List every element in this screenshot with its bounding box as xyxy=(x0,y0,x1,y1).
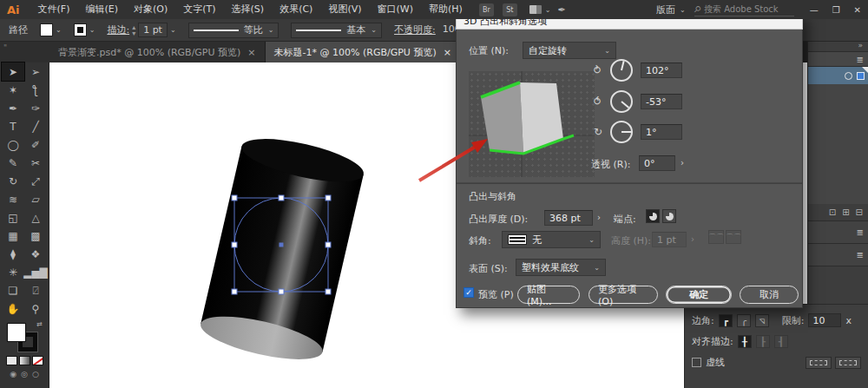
tool-button[interactable]: ⍁ xyxy=(24,281,47,299)
tool-button[interactable]: ✋ xyxy=(2,299,24,318)
perspective-value[interactable]: 0° xyxy=(639,155,675,171)
map-art-button[interactable]: 贴图 (M)... xyxy=(517,286,580,304)
workspace-switcher[interactable]: ⌄ xyxy=(529,5,551,14)
rotate-x-value[interactable]: 102° xyxy=(641,62,682,78)
tab-close-icon[interactable]: × xyxy=(444,47,451,58)
round-join-button[interactable]: ╭ xyxy=(737,314,751,327)
tool-button[interactable]: △ xyxy=(24,208,47,227)
miter-limit-input[interactable]: 10 xyxy=(808,313,841,327)
cap-on-button[interactable] xyxy=(646,209,660,223)
position-dropdown[interactable]: 自定旋转 ⌄ xyxy=(523,42,616,59)
tool-button[interactable]: ▩ xyxy=(24,227,47,245)
menu-item[interactable]: 窗口(W) xyxy=(370,0,421,19)
miter-join-button[interactable]: ┏ xyxy=(719,314,733,327)
layer-row-selected[interactable] xyxy=(808,67,868,84)
menu-item[interactable]: 帮助(H) xyxy=(421,0,470,19)
surface-dropdown[interactable]: 塑料效果底纹 ⌄ xyxy=(516,259,606,276)
draw-inside-icon[interactable]: ○ xyxy=(32,370,39,378)
menu-item[interactable]: 文件(F) xyxy=(30,0,78,19)
menu-item[interactable]: 选择(S) xyxy=(224,0,273,19)
tool-button[interactable]: ✂ xyxy=(24,154,47,172)
close-button[interactable]: ✕ xyxy=(847,5,868,15)
extrude-depth-value[interactable]: 368 pt xyxy=(544,210,593,226)
tool-button[interactable]: ❖ xyxy=(24,245,47,263)
bevel-join-button[interactable]: ◹ xyxy=(755,314,769,327)
toolbar-header[interactable]: " xyxy=(0,42,49,62)
dash-preserve-button[interactable] xyxy=(806,357,832,369)
bridge-button[interactable]: Br xyxy=(479,3,494,16)
rotate-y-dial[interactable] xyxy=(610,90,633,113)
tool-button[interactable]: ◯ xyxy=(2,135,24,154)
align-outside-button[interactable]: ┨ xyxy=(774,335,788,348)
preview-checkbox[interactable]: ✓ xyxy=(464,287,474,298)
menu-item[interactable]: 对象(O) xyxy=(126,0,175,19)
tab-close-icon[interactable]: × xyxy=(247,47,255,58)
stroke-stepper[interactable]: ▴▾ xyxy=(132,24,135,36)
none-button[interactable] xyxy=(32,356,43,365)
minimize-button[interactable]: — xyxy=(803,5,825,15)
menu-item[interactable]: 视图(V) xyxy=(320,0,369,19)
document-tab[interactable]: 未标题-1* @ 100% (RGB/GPU 预览) × xyxy=(266,42,460,62)
ok-button[interactable]: 确定 xyxy=(666,286,732,304)
layout-dropdown[interactable]: 版面 ⌄ xyxy=(656,3,686,16)
swap-fill-stroke-icon[interactable]: ⇄ xyxy=(36,320,43,328)
tool-button[interactable]: ✎ xyxy=(2,154,24,172)
panel-menu-icon[interactable]: ≣ xyxy=(857,55,864,64)
tool-button[interactable]: ▂▅▇ xyxy=(24,263,47,281)
tool-button[interactable]: ◱ xyxy=(2,208,24,227)
spinner-icon[interactable]: › xyxy=(681,158,684,168)
rotate-x-dial[interactable] xyxy=(610,59,633,82)
tool-button[interactable]: ➢ xyxy=(24,62,47,81)
panel-menu-icon[interactable]: ≣ xyxy=(857,250,864,260)
menu-item[interactable]: 效果(C) xyxy=(272,0,320,19)
rotate-z-dial[interactable] xyxy=(610,121,633,143)
tool-button[interactable]: ƪ xyxy=(24,81,47,99)
more-options-button[interactable]: 更多选项 (O) xyxy=(589,286,658,304)
restore-button[interactable]: ❐ xyxy=(825,5,847,15)
brush-dropdown[interactable]: 基本 ⌄ xyxy=(291,23,382,38)
fill-stroke-proxy[interactable]: ⇄ xyxy=(7,323,42,352)
spinner-icon[interactable]: › xyxy=(597,213,601,222)
panel-menu-icon[interactable]: ≣ xyxy=(857,227,864,237)
layer-target-icon[interactable] xyxy=(845,72,852,80)
tool-button[interactable]: ✑ xyxy=(24,99,47,117)
tool-button[interactable]: ✶ xyxy=(2,81,24,99)
menu-item[interactable]: 编辑(E) xyxy=(77,0,126,19)
tool-button[interactable]: ✳ xyxy=(2,263,24,281)
tool-button[interactable]: ⧫ xyxy=(2,245,24,263)
cancel-button[interactable]: 取消 xyxy=(740,286,799,304)
stock-search-input[interactable]: ⚲ 搜索 Adobe Stock xyxy=(694,3,794,16)
dash-align-button[interactable] xyxy=(835,357,861,369)
tool-button[interactable]: ▱ xyxy=(24,190,47,208)
align-inside-button[interactable]: ┠ xyxy=(756,335,770,348)
color-button[interactable] xyxy=(6,356,17,365)
bevel-dropdown[interactable]: 无 ⌄ xyxy=(502,231,601,248)
stroke-weight-value[interactable]: 1 pt xyxy=(138,23,168,37)
dashed-line-checkbox[interactable] xyxy=(692,358,701,367)
layer-action-icon[interactable]: ⊟ xyxy=(856,207,863,217)
tool-button[interactable]: ≋ xyxy=(2,190,24,208)
gradient-button[interactable] xyxy=(19,356,30,365)
tool-button[interactable]: ╱ xyxy=(24,117,47,135)
document-tab[interactable]: 背景渐变.psd* @ 100% (RGB/GPU 预览) × xyxy=(49,42,266,62)
draw-behind-icon[interactable]: ◎ xyxy=(21,370,28,378)
fill-swatch[interactable] xyxy=(40,23,53,36)
rotate-y-value[interactable]: -53° xyxy=(641,94,682,109)
tool-button[interactable]: ❏ xyxy=(2,281,24,299)
stroke-link[interactable]: 描边: xyxy=(107,23,129,36)
collapsed-panel-header[interactable]: ≣ xyxy=(808,221,868,244)
tool-button[interactable]: ↻ xyxy=(2,172,24,190)
align-center-button[interactable]: ╂ xyxy=(738,335,752,348)
layer-action-icon[interactable]: ⊡ xyxy=(829,207,836,217)
layer-action-icon[interactable]: ⊞ xyxy=(842,207,849,217)
stock-button[interactable]: St xyxy=(503,3,517,16)
tool-button[interactable]: ⚲ xyxy=(24,299,47,318)
tool-button[interactable]: ✐ xyxy=(24,135,47,154)
opacity-link[interactable]: 不透明度: xyxy=(394,23,436,36)
tool-button[interactable]: ⤢ xyxy=(24,172,47,190)
tool-button[interactable]: ▦ xyxy=(2,227,24,245)
tool-button[interactable]: ✒ xyxy=(2,99,24,117)
stroke-swatch[interactable] xyxy=(74,23,87,36)
tool-button[interactable]: T xyxy=(2,117,24,135)
layers-panel-header[interactable]: ≣ xyxy=(808,51,868,67)
